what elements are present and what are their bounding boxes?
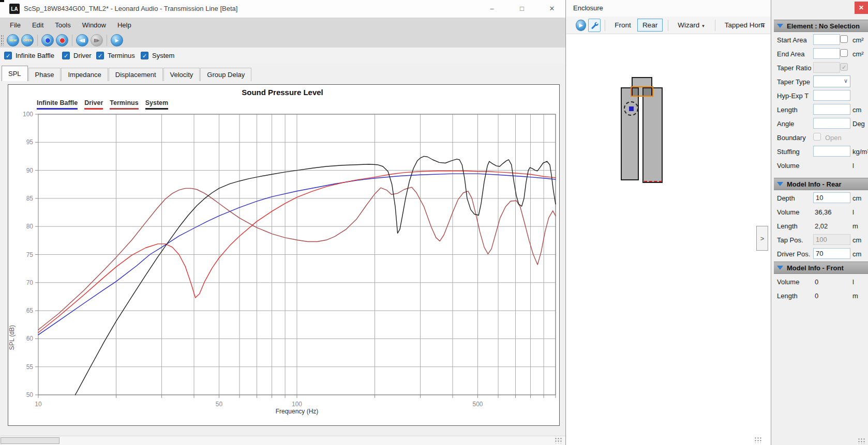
minimize-button[interactable]: –: [480, 0, 504, 17]
toggle-driver[interactable]: ✓Driver: [62, 52, 92, 59]
blue-marker-button[interactable]: [41, 34, 54, 47]
section-model-info-front: Model Info - FrontVolume0lLength0m: [774, 262, 868, 303]
menu-tools[interactable]: Tools: [49, 18, 76, 33]
enclosure-button-wizard[interactable]: Wizard▾: [672, 19, 710, 32]
depth-field[interactable]: 10: [813, 192, 850, 203]
collapse-triangle-icon: [777, 24, 783, 28]
enclosure-title: Enclosure: [573, 4, 603, 12]
series-toggle-bar: ✓Infinite Baffle✓Driver✓Terminus✓System: [0, 48, 565, 63]
tab-displacement[interactable]: Displacement: [109, 68, 163, 81]
taper-type-dropdown[interactable]: ∨: [813, 75, 850, 87]
angle-field[interactable]: [813, 118, 850, 129]
svg-text:50: 50: [216, 401, 223, 408]
tab-group-delay[interactable]: Group Delay: [200, 68, 251, 81]
blue-marker-button-icon: [45, 38, 51, 43]
overflow-bar: [761, 23, 765, 24]
property-label: Length: [777, 106, 798, 114]
panel-close-button[interactable]: ✕: [855, 2, 868, 14]
property-label: Taper Ratio: [777, 64, 811, 72]
new-button[interactable]: NEW: [7, 34, 19, 47]
menu-edit[interactable]: Edit: [26, 18, 49, 33]
unit-label: cm: [852, 194, 861, 202]
svg-text:70: 70: [26, 279, 34, 286]
panel-expand-handle[interactable]: >: [756, 226, 768, 251]
enclosure-canvas[interactable]: [566, 34, 771, 445]
skip-back-button[interactable]: ◀▮: [76, 34, 88, 47]
section-rows: Volume0lLength0m: [774, 274, 868, 303]
checkbox-icon[interactable]: ✓: [4, 52, 12, 59]
end-area-checkbox[interactable]: [840, 49, 848, 57]
property-row-driver-pos-: Driver Pos.70cm: [774, 247, 868, 261]
red-marker-button-icon: [59, 38, 65, 43]
calculate-button[interactable]: ▶: [576, 20, 586, 31]
length-field[interactable]: [813, 104, 850, 115]
menu-file[interactable]: File: [4, 18, 26, 33]
maximize-button[interactable]: □: [510, 0, 534, 17]
property-label: Taper Type: [777, 78, 810, 86]
selection-outline: [631, 86, 653, 97]
toggle-terminus[interactable]: ✓Terminus: [96, 52, 135, 59]
svg-text:65: 65: [26, 307, 34, 314]
close-button[interactable]: ✕: [540, 0, 564, 17]
enclosure-button-front[interactable]: Front: [609, 19, 636, 32]
resize-grip[interactable]: [754, 437, 762, 443]
tab-spl[interactable]: SPL: [2, 66, 28, 81]
svg-text:85: 85: [26, 195, 34, 202]
checkbox-label: Driver: [73, 52, 92, 59]
start-area-field[interactable]: [813, 34, 840, 45]
section-header[interactable]: Model Info - Front: [774, 262, 868, 274]
resize-grip[interactable]: [858, 438, 866, 444]
checkbox-icon[interactable]: ✓: [62, 52, 70, 59]
toolbar-grip-handle[interactable]: [1, 35, 4, 46]
svg-text:55: 55: [26, 363, 34, 371]
properties-panel: ✕ Element : No SelectionStart Areacm²End…: [774, 0, 868, 445]
front-duct-shape[interactable]: [642, 87, 663, 183]
chevron-down-icon: ▼: [761, 25, 765, 27]
open-button-icon: OPEN: [23, 39, 32, 42]
section-header[interactable]: Model Info - Rear: [774, 178, 868, 190]
checkbox-icon[interactable]: ✓: [96, 52, 104, 59]
enclosure-button-rear[interactable]: Rear: [637, 19, 663, 32]
menu-window[interactable]: Window: [77, 18, 112, 33]
horizontal-scrollbar[interactable]: [0, 436, 565, 445]
property-row-length: Length0m: [774, 289, 868, 303]
wrench-tool-button[interactable]: [588, 19, 601, 32]
resize-grip[interactable]: [555, 437, 563, 443]
scrollbar-thumb[interactable]: [1, 437, 59, 444]
property-row-taper-type: Taper Type∨: [774, 75, 868, 89]
menu-help[interactable]: Help: [112, 18, 137, 33]
pause-button[interactable]: ▮▶: [91, 34, 103, 47]
driver-pos--field[interactable]: 70: [813, 248, 850, 259]
property-row-length: Length2,02m: [774, 219, 868, 233]
open-button[interactable]: OPEN: [21, 34, 34, 47]
unit-label: l: [852, 162, 854, 170]
property-label: Hyp-Exp T: [777, 92, 809, 100]
property-label: Driver Pos.: [777, 250, 810, 258]
tab-phase[interactable]: Phase: [28, 68, 61, 81]
toggle-system[interactable]: ✓System: [141, 52, 174, 59]
driver-marker: [629, 106, 634, 111]
tab-impedance[interactable]: Impedance: [61, 68, 108, 81]
driver-symbol[interactable]: [624, 101, 638, 116]
unit-label: cm: [852, 236, 861, 244]
section-header[interactable]: Element : No Selection: [774, 20, 868, 32]
spl-chart: Sound Pressure Level Infinite BaffleDriv…: [8, 84, 560, 426]
unit-label: kg/m³: [852, 148, 868, 156]
end-area-field[interactable]: [813, 48, 840, 59]
toolbar: NEWOPEN◀▮▮▶▶: [0, 33, 565, 48]
stuffing-field[interactable]: [813, 146, 850, 157]
taper-ratio-checkbox: ✓: [840, 63, 848, 71]
checkbox-icon[interactable]: ✓: [141, 52, 148, 59]
toggle-infinite-baffle[interactable]: ✓Infinite Baffle: [4, 52, 54, 59]
unit-label: Deg: [852, 120, 865, 128]
tab-velocity[interactable]: Velocity: [163, 68, 200, 81]
chevron-down-icon: ▾: [702, 23, 705, 28]
toolbar-overflow-button[interactable]: ▼: [758, 20, 768, 31]
start-area-checkbox[interactable]: [840, 35, 848, 43]
red-marker-button[interactable]: [56, 34, 68, 47]
property-row-start-area: Start Areacm²: [774, 33, 868, 47]
tab-bar: SPLPhaseImpedanceDisplacementVelocityGro…: [2, 65, 252, 81]
hyp-exp-t-field[interactable]: [813, 90, 850, 101]
play-button[interactable]: ▶: [111, 34, 123, 47]
length-value: 0: [815, 292, 818, 300]
